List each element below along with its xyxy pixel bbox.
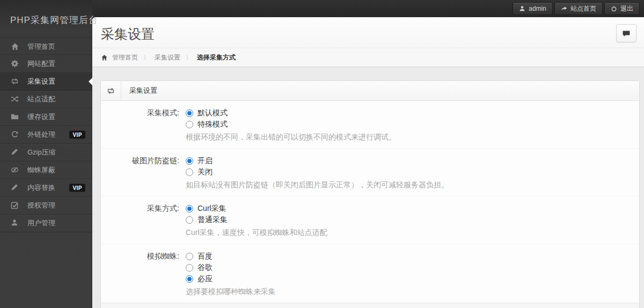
radio-icon[interactable] bbox=[186, 168, 193, 176]
admin-user-label: admin bbox=[529, 5, 546, 12]
radio-label: 特殊模式 bbox=[197, 120, 228, 129]
radio-option-hotlink-off[interactable]: 关闭 bbox=[186, 166, 639, 178]
sidebar-item-label: 用户管理 bbox=[27, 218, 55, 228]
sidebar-item-site-config[interactable]: 网站配置 bbox=[0, 55, 92, 73]
radio-label: 必应 bbox=[197, 274, 213, 284]
form-group-label: 采集方式: bbox=[101, 203, 186, 238]
power-icon bbox=[611, 5, 617, 12]
gear-icon bbox=[11, 60, 19, 68]
sidebar-item-content-replace[interactable]: 内容替换 VIP bbox=[0, 179, 92, 197]
radio-icon[interactable] bbox=[186, 205, 193, 212]
radio-option-curl[interactable]: Curl采集 bbox=[186, 203, 639, 214]
content-body: 采集设置 采集模式: 默认模式 特殊模式 根据环境的不同，采集出错的可以切换不同… bbox=[92, 67, 644, 308]
radio-option-default-mode[interactable]: 默认模式 bbox=[186, 107, 639, 119]
radio-icon[interactable] bbox=[186, 264, 193, 272]
sidebar-item-label: 网站配置 bbox=[27, 59, 55, 69]
sidebar-item-label: 站点适配 bbox=[27, 94, 55, 104]
breadcrumb-home-link[interactable]: 管理首页 bbox=[112, 53, 138, 62]
form-group-label: 模拟蜘蛛: bbox=[101, 251, 186, 297]
sidebar: PHP采集网管理后台 管理首页 网站配置 采集设置 站点适配 bbox=[0, 0, 92, 308]
panel-footer: 保存 重置 bbox=[101, 303, 639, 308]
breadcrumb-section-link[interactable]: 采集设置 bbox=[155, 53, 180, 62]
sidebar-item-label: 内容替换 bbox=[27, 183, 55, 193]
radio-icon[interactable] bbox=[186, 216, 193, 224]
page-title: 采集设置 bbox=[101, 25, 635, 43]
sidebar-menu: 管理首页 网站配置 采集设置 站点适配 缓存设置 bbox=[0, 38, 92, 232]
breadcrumb-separator: 〉 bbox=[143, 54, 149, 62]
user-icon bbox=[519, 5, 525, 12]
sidebar-item-gzip[interactable]: Gzip压缩 bbox=[0, 144, 92, 162]
radio-icon[interactable] bbox=[186, 275, 193, 283]
radio-option-normal[interactable]: 普通采集 bbox=[186, 214, 639, 225]
logout-label: 退出 bbox=[620, 4, 633, 13]
sidebar-item-label: 缓存设置 bbox=[27, 112, 55, 122]
topbar-actions: admin 站点首页 退出 bbox=[511, 2, 640, 15]
sidebar-item-admin-home[interactable]: 管理首页 bbox=[0, 38, 92, 55]
main-content: 采集设置 管理首页 〉 采集设置 〉 选择采集方式 采集设置 采集模式: bbox=[92, 17, 644, 308]
app-logo: PHP采集网管理后台 bbox=[0, 0, 92, 27]
form-group-collect-mode: 采集模式: 默认模式 特殊模式 根据环境的不同，采集出错的可以切换不同的模式来进… bbox=[101, 101, 639, 149]
home-icon bbox=[101, 54, 108, 61]
radio-option-hotlink-on[interactable]: 开启 bbox=[186, 155, 639, 166]
breadcrumb-current: 选择采集方式 bbox=[197, 53, 236, 62]
edit-icon bbox=[11, 184, 19, 192]
admin-user-button[interactable]: admin bbox=[513, 2, 553, 15]
radio-option-bing[interactable]: 必应 bbox=[186, 273, 639, 284]
settings-panel: 采集设置 采集模式: 默认模式 特殊模式 根据环境的不同，采集出错的可以切换不同… bbox=[100, 80, 640, 308]
sidebar-item-external-links[interactable]: 外链处理 VIP bbox=[0, 126, 92, 144]
radio-label: Curl采集 bbox=[197, 204, 226, 214]
comment-icon bbox=[622, 30, 631, 37]
radio-icon[interactable] bbox=[186, 253, 193, 260]
radio-label: 普通采集 bbox=[197, 215, 228, 225]
refresh-icon bbox=[11, 130, 19, 139]
radio-option-google[interactable]: 谷歌 bbox=[186, 262, 639, 273]
form-group-label: 破图片防盗链: bbox=[101, 155, 186, 190]
sidebar-item-label: 授权管理 bbox=[27, 201, 55, 210]
panel-header: 采集设置 bbox=[101, 81, 639, 101]
radio-label: 关闭 bbox=[197, 167, 213, 177]
sidebar-item-site-adapt[interactable]: 站点适配 bbox=[0, 91, 92, 108]
form-group-hotlink: 破图片防盗链: 开启 关闭 如目标站没有图片防盗链（即关闭后图片显示正常），关闭… bbox=[101, 149, 639, 196]
shuffle-icon bbox=[11, 95, 19, 104]
vip-badge: VIP bbox=[69, 131, 85, 139]
sidebar-item-label: Gzip压缩 bbox=[27, 148, 56, 157]
radio-label: 开启 bbox=[197, 156, 213, 166]
site-home-label: 站点首页 bbox=[570, 4, 596, 13]
sidebar-item-label: 蜘蛛屏蔽 bbox=[27, 165, 55, 175]
sidebar-item-label: 采集设置 bbox=[27, 77, 55, 86]
radio-option-baidu[interactable]: 百度 bbox=[186, 251, 639, 262]
form-group-collect-method: 采集方式: Curl采集 普通采集 Curl采集，速度快，可模拟蜘蛛和站点适配 bbox=[101, 196, 639, 244]
radio-icon[interactable] bbox=[186, 121, 193, 128]
help-text: 选择要模拟哪种蜘蛛来采集 bbox=[186, 287, 639, 297]
user-icon bbox=[11, 219, 19, 228]
form-group-spider: 模拟蜘蛛: 百度 谷歌 必应 选择要模拟哪种蜘蛛来采集 bbox=[101, 244, 639, 303]
sidebar-item-user-manage[interactable]: 用户管理 bbox=[0, 215, 92, 232]
site-home-button[interactable]: 站点首页 bbox=[554, 2, 603, 15]
vip-badge: VIP bbox=[69, 184, 85, 192]
page-header: 采集设置 bbox=[92, 17, 644, 48]
check-square-icon bbox=[11, 201, 19, 210]
repeat-icon bbox=[11, 77, 19, 86]
radio-icon[interactable] bbox=[186, 157, 193, 165]
radio-label: 默认模式 bbox=[197, 108, 228, 118]
sidebar-item-label: 管理首页 bbox=[27, 42, 55, 52]
radio-label: 百度 bbox=[197, 252, 213, 261]
help-text: Curl采集，速度快，可模拟蜘蛛和站点适配 bbox=[186, 228, 639, 238]
pencil-icon bbox=[11, 148, 19, 157]
comment-button[interactable] bbox=[616, 24, 636, 42]
panel-title: 采集设置 bbox=[121, 81, 157, 100]
sidebar-item-cache-settings[interactable]: 缓存设置 bbox=[0, 108, 92, 126]
sidebar-item-auth-manage[interactable]: 授权管理 bbox=[0, 197, 92, 215]
radio-icon[interactable] bbox=[186, 109, 193, 117]
share-arrow-icon bbox=[561, 5, 567, 12]
breadcrumb-separator: 〉 bbox=[186, 54, 192, 62]
folder-icon bbox=[11, 113, 19, 121]
help-text: 如目标站没有图片防盗链（即关闭后图片显示正常），关闭可减轻服务器负担。 bbox=[186, 180, 639, 190]
sidebar-item-collect-settings[interactable]: 采集设置 bbox=[0, 73, 92, 91]
sidebar-item-spider-block[interactable]: 蜘蛛屏蔽 bbox=[0, 162, 92, 179]
radio-option-special-mode[interactable]: 特殊模式 bbox=[186, 119, 639, 130]
repeat-icon bbox=[101, 81, 121, 100]
home-icon bbox=[11, 42, 19, 51]
logout-button[interactable]: 退出 bbox=[604, 2, 640, 15]
eye-slash-icon bbox=[11, 166, 19, 174]
